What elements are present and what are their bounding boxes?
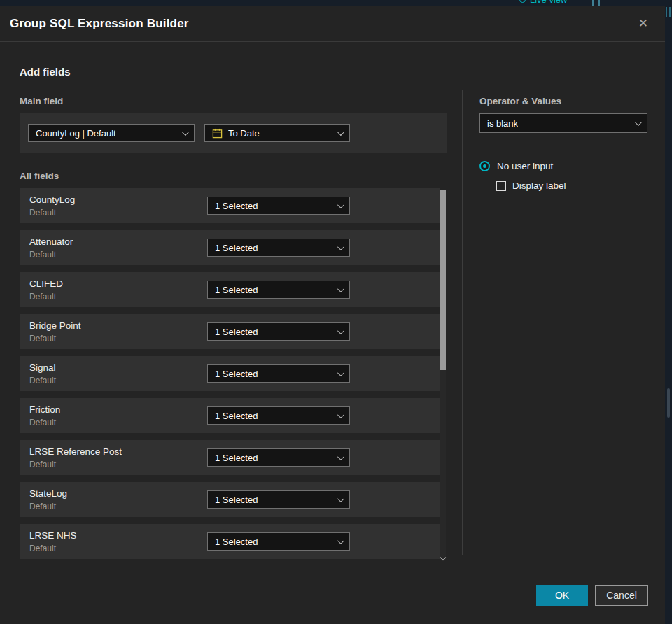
field-name: CLIFED bbox=[29, 278, 207, 289]
operator-select[interactable]: is blank bbox=[479, 113, 648, 133]
background-scrollbar-sliver bbox=[667, 388, 670, 418]
operator-column: Operator & Values is blank No user input… bbox=[479, 78, 648, 191]
field-row: Friction Default 1 Selected bbox=[20, 398, 440, 433]
toolbar-icon bbox=[666, 7, 667, 17]
chevron-down-icon bbox=[337, 129, 344, 136]
field-selected-value: 1 Selected bbox=[215, 327, 258, 337]
field-source: Default bbox=[29, 292, 207, 302]
field-source: Default bbox=[29, 334, 207, 343]
chevron-down-icon bbox=[337, 537, 344, 544]
field-source: Default bbox=[29, 418, 207, 427]
chevron-down-icon bbox=[337, 327, 344, 334]
field-name: StateLog bbox=[29, 488, 207, 499]
chevron-down-icon bbox=[337, 285, 344, 292]
no-user-input-radio[interactable]: No user input bbox=[479, 161, 648, 171]
field-selected-dropdown[interactable]: 1 Selected bbox=[207, 281, 350, 299]
field-row-text: StateLog Default bbox=[29, 488, 207, 511]
background-toolbar-icons bbox=[592, 0, 600, 6]
field-name: Attenuator bbox=[29, 236, 207, 247]
column-divider bbox=[462, 90, 463, 555]
calendar-icon bbox=[212, 128, 223, 139]
field-selected-dropdown[interactable]: 1 Selected bbox=[207, 448, 350, 467]
chevron-down-icon bbox=[337, 369, 344, 376]
field-source: Default bbox=[29, 208, 207, 218]
field-source: Default bbox=[29, 502, 207, 511]
display-label-text: Display label bbox=[512, 180, 566, 191]
main-field-select[interactable]: CountyLog | Default bbox=[28, 124, 195, 142]
field-row: Bridge Point Default 1 Selected bbox=[20, 314, 440, 349]
scrollbar[interactable] bbox=[440, 190, 446, 560]
field-row: Signal Default 1 Selected bbox=[20, 356, 440, 391]
dialog-title: Group SQL Expression Builder bbox=[10, 17, 189, 31]
display-label-checkbox[interactable]: Display label bbox=[496, 180, 648, 191]
field-row-text: Friction Default bbox=[29, 404, 207, 427]
background-toolbar-icons-right bbox=[666, 7, 671, 17]
scrollbar-down-arrow[interactable] bbox=[440, 555, 447, 562]
close-icon[interactable]: ✕ bbox=[634, 15, 652, 32]
chevron-down-icon bbox=[182, 129, 189, 136]
field-selected-value: 1 Selected bbox=[215, 453, 258, 463]
field-selected-value: 1 Selected bbox=[215, 411, 258, 421]
field-selected-dropdown[interactable]: 1 Selected bbox=[207, 239, 350, 257]
main-field-select-value: CountyLog | Default bbox=[36, 128, 116, 139]
field-selected-value: 1 Selected bbox=[215, 369, 258, 379]
section-title-add-fields: Add fields bbox=[20, 66, 648, 78]
no-user-input-label: No user input bbox=[497, 161, 553, 171]
field-name: Friction bbox=[29, 404, 207, 415]
chevron-down-icon bbox=[337, 243, 344, 250]
field-row-text: Signal Default bbox=[29, 362, 207, 385]
field-selected-value: 1 Selected bbox=[215, 201, 258, 211]
field-source: Default bbox=[29, 460, 207, 469]
toolbar-icon bbox=[592, 0, 594, 6]
field-row-text: LRSE NHS Default bbox=[29, 530, 207, 553]
field-row: CLIFED Default 1 Selected bbox=[20, 272, 440, 307]
field-selected-dropdown[interactable]: 1 Selected bbox=[207, 197, 350, 215]
field-row: LRSE Reference Post Default 1 Selected bbox=[20, 440, 440, 475]
field-name: CountyLog bbox=[29, 194, 207, 205]
field-row-text: Attenuator Default bbox=[29, 236, 207, 260]
chevron-down-icon bbox=[337, 453, 344, 460]
field-selected-dropdown[interactable]: 1 Selected bbox=[207, 490, 350, 509]
field-name: LRSE NHS bbox=[29, 530, 207, 541]
date-field-select[interactable]: To Date bbox=[204, 124, 350, 142]
field-selected-dropdown[interactable]: 1 Selected bbox=[207, 322, 350, 341]
field-selected-value: 1 Selected bbox=[215, 243, 258, 253]
scrollbar-thumb[interactable] bbox=[440, 190, 446, 370]
field-selected-dropdown[interactable]: 1 Selected bbox=[207, 406, 350, 425]
chevron-down-icon bbox=[337, 411, 344, 418]
field-selected-dropdown[interactable]: 1 Selected bbox=[207, 532, 350, 551]
field-row-text: CountyLog Default bbox=[29, 194, 207, 218]
background-app-topbar: Live view bbox=[0, 0, 672, 6]
live-view-icon bbox=[519, 0, 526, 3]
field-name: Bridge Point bbox=[29, 320, 207, 331]
ok-button[interactable]: OK bbox=[536, 585, 588, 606]
cancel-button[interactable]: Cancel bbox=[595, 585, 648, 606]
dialog-body: Add fields Main field CountyLog | Defaul… bbox=[0, 42, 665, 624]
dialog-header: Group SQL Expression Builder ✕ bbox=[0, 6, 665, 42]
field-row-text: CLIFED Default bbox=[29, 278, 207, 302]
main-field-label: Main field bbox=[20, 96, 447, 106]
chevron-down-icon bbox=[337, 495, 344, 502]
field-source: Default bbox=[29, 544, 207, 553]
all-fields-label: All fields bbox=[20, 171, 447, 181]
dialog-group-sql-expression-builder: Group SQL Expression Builder ✕ Add field… bbox=[0, 6, 665, 624]
field-row: LRSE NHS Default 1 Selected bbox=[20, 524, 440, 559]
all-fields-list: CountyLog Default 1 Selected Attenuator … bbox=[20, 188, 447, 559]
live-view-toggle[interactable]: Live view bbox=[519, 0, 567, 5]
field-source: Default bbox=[29, 250, 207, 260]
field-row: Attenuator Default 1 Selected bbox=[20, 230, 440, 265]
main-field-panel: CountyLog | Default To Date bbox=[20, 113, 447, 153]
field-source: Default bbox=[29, 376, 207, 385]
field-row-text: LRSE Reference Post Default bbox=[29, 446, 207, 469]
toolbar-icon bbox=[669, 7, 671, 17]
toolbar-icon bbox=[598, 0, 600, 6]
fields-column: Main field CountyLog | Default To bbox=[20, 78, 447, 566]
chevron-down-icon bbox=[635, 119, 642, 126]
field-selected-dropdown[interactable]: 1 Selected bbox=[207, 364, 350, 383]
field-name: Signal bbox=[29, 362, 207, 373]
field-row: StateLog Default 1 Selected bbox=[20, 482, 440, 517]
field-row-text: Bridge Point Default bbox=[29, 320, 207, 343]
field-name: LRSE Reference Post bbox=[29, 446, 207, 457]
date-field-select-value: To Date bbox=[228, 128, 260, 139]
field-selected-value: 1 Selected bbox=[215, 537, 258, 547]
